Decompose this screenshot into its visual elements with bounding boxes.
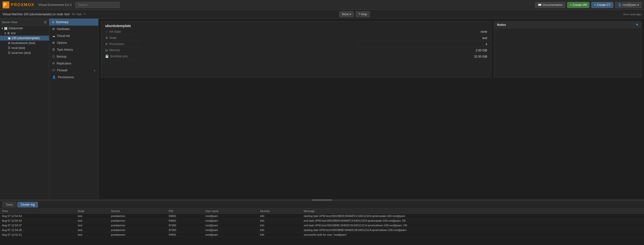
sidebar-item-vm[interactable]: ▣ 100 (ubuntutemplate) <box>0 36 49 41</box>
tags-label: No Tags <box>72 12 82 15</box>
log-time: Aug 07 12:54:44 <box>0 214 76 219</box>
nav-item-permissions[interactable]: 👤 Permissions <box>49 74 98 81</box>
node-icon: 🖥 <box>7 31 10 35</box>
vm-nav: ≡ Summary ⚙ Hardware ☁ Cloud-Init ⚙ Opti… <box>49 19 98 199</box>
log-severity: info <box>258 219 302 223</box>
notes-header: Notes ✎ <box>494 21 641 28</box>
log-service: pvedaemon <box>109 214 167 219</box>
sidebar-item-label: 100 (ubuntutemplate) <box>12 36 40 40</box>
summary-panel: ubuntutemplate ♡ HA State none <box>101 21 491 78</box>
expand-icon: ▾ <box>4 31 6 35</box>
sidebar-title: Server View <box>2 21 17 24</box>
log-message: successful auth for user 'root@pam' <box>302 233 644 237</box>
log-message: end task UPID:test:00019B9E:00460C39:64D… <box>302 223 644 228</box>
datacenter-icon: 🏢 <box>4 26 8 30</box>
secondbar: Virtual Machine 100 (ubuntutemplate) on … <box>0 10 644 19</box>
memory-icon: ▤ <box>105 48 108 52</box>
sidebar-item-local-lvm[interactable]: ☰ local-lvm (test) <box>0 50 49 55</box>
sidebar-item-node[interactable]: ▾ 🖥 test <box>0 31 49 36</box>
server-view-sidebar: Server View ⚙ ▾ 🏢 Datacenter ▾ 🖥 test ▣ … <box>0 19 49 199</box>
log-service: pvedaemon <box>109 223 167 228</box>
nav-item-backup[interactable]: ⬡ Backup <box>49 53 98 60</box>
sidebar-gear-icon[interactable]: ⚙ <box>44 20 47 24</box>
log-time: Aug 07 12:41:21 <box>0 233 76 237</box>
tab-cluster-log[interactable]: Cluster log <box>18 202 38 207</box>
sidebar-item-label: localnetwork (test) <box>11 41 35 45</box>
svg-text:P: P <box>4 2 6 7</box>
log-time: Aug 07 12:54:37 <box>0 223 76 228</box>
sidebar-item-localnetwork[interactable]: ⊞ localnetwork (test) <box>0 41 49 45</box>
log-row[interactable]: Aug 07 12:54:44 test pvedaemon 94691 roo… <box>0 214 644 219</box>
nav-label: Replication <box>56 62 71 65</box>
log-user: root@pam <box>203 223 258 228</box>
node-icon: 🖥 <box>105 36 108 40</box>
nav-item-cloud-init[interactable]: ☁ Cloud-Init <box>49 32 98 39</box>
options-icon: ⚙ <box>52 41 55 44</box>
cpu-icon: ⚙ <box>105 42 108 46</box>
proxmox-logo-icon: P <box>2 1 9 8</box>
log-user: root@pam <box>203 233 258 237</box>
log-severity: info <box>258 223 302 228</box>
vm-icon: ▣ <box>8 36 10 40</box>
logo-text: PROXMOX <box>11 3 34 7</box>
user-menu-button[interactable]: 👤 root@pam ▾ <box>615 2 642 8</box>
middle-section: Server View ⚙ ▾ 🏢 Datacenter ▾ 🖥 test ▣ … <box>0 19 644 199</box>
nav-label: Options <box>57 41 67 44</box>
log-service: pvedaemon <box>109 228 167 233</box>
nav-item-firewall[interactable]: 🛡 Firewall ▸ <box>49 67 98 74</box>
log-row[interactable]: Aug 07 12:54:35 test pvedaemon 87280 roo… <box>0 228 644 233</box>
firewall-icon: 🛡 <box>52 69 55 72</box>
help-button[interactable]: ? Help <box>356 11 370 17</box>
col-message: Message <box>302 209 644 214</box>
create-vm-button[interactable]: + Create VM <box>567 2 589 8</box>
nav-item-task-history[interactable]: ☰ Task History <box>49 46 98 53</box>
sidebar-item-datacenter[interactable]: ▾ 🏢 Datacenter <box>0 26 49 31</box>
chevron-down-icon: ▾ <box>350 12 351 16</box>
storage-icon: ⊞ <box>8 41 10 45</box>
log-row[interactable]: Aug 07 12:54:37 test pvedaemon 87280 roo… <box>0 223 644 228</box>
table-row: ▤ Memory 2.00 GiB <box>101 47 491 53</box>
col-severity: Severity <box>258 209 302 214</box>
log-service: pvedaemon <box>109 219 167 223</box>
nav-label: Cloud-Init <box>57 34 70 38</box>
vm-breadcrumb: Virtual Machine 100 (ubuntutemplate) on … <box>2 12 70 16</box>
nav-label: Task History <box>57 48 73 51</box>
storage-icon: ☰ <box>8 51 10 55</box>
sidebar-item-label: test <box>11 31 16 35</box>
nav-label: Permissions <box>58 75 74 79</box>
sidebar-item-local[interactable]: ☰ local (test) <box>0 45 49 50</box>
log-pid: 87280 <box>167 223 203 228</box>
notes-edit-button[interactable]: ✎ <box>636 23 638 26</box>
search-input[interactable] <box>75 2 120 8</box>
log-row[interactable]: Aug 07 12:41:21 test pvedaemon 94691 roo… <box>0 233 644 237</box>
log-pid: 94691 <box>167 233 203 237</box>
nav-label: Firewall <box>57 69 67 72</box>
nav-item-options[interactable]: ⚙ Options <box>49 39 98 46</box>
nav-label: Hardware <box>57 27 70 31</box>
time-average-label: Hour (average) <box>623 13 642 16</box>
sidebar-item-label: Datacenter <box>8 26 23 30</box>
documentation-button[interactable]: 📖 Documentation <box>535 2 565 8</box>
log-node: test <box>76 233 109 237</box>
col-node: Node <box>76 209 109 214</box>
more-button[interactable]: More ▾ <box>339 11 354 17</box>
log-time: Aug 07 12:54:44 <box>0 219 76 223</box>
history-icon: ☰ <box>52 48 55 51</box>
nav-item-summary[interactable]: ≡ Summary <box>49 19 98 25</box>
tab-tasks[interactable]: Tasks <box>2 202 16 207</box>
summary-icon: ≡ <box>52 20 54 24</box>
log-row[interactable]: Aug 07 12:54:44 test pvedaemon 94691 roo… <box>0 219 644 223</box>
log-pid: 94691 <box>167 214 203 219</box>
bottom-log-panel: Tasks Cluster log Time Node Service PID … <box>0 201 644 245</box>
plus-icon: + <box>570 3 572 7</box>
edit-tags-icon[interactable]: ✎ <box>84 12 86 15</box>
nav-item-hardware[interactable]: ⚙ Hardware <box>49 25 98 32</box>
table-row: ⚙ Processors 4 <box>101 41 491 47</box>
log-user: root@pam <box>203 214 258 219</box>
notes-title: Notes <box>497 23 506 26</box>
col-pid: PID <box>167 209 203 214</box>
nav-label: Summary <box>56 20 68 24</box>
create-ct-button[interactable]: + Create CT <box>591 2 613 8</box>
nav-item-replication[interactable]: ↺ Replication <box>49 60 98 67</box>
notes-content <box>494 28 641 77</box>
